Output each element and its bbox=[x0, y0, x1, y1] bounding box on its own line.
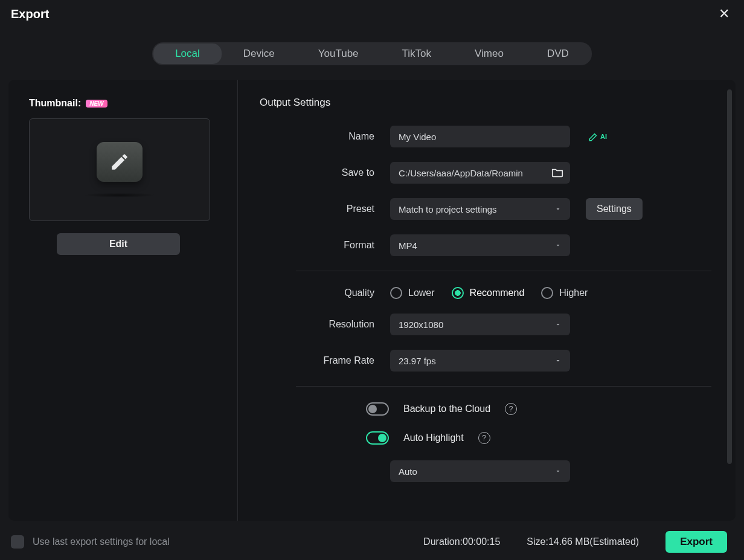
tab-vimeo[interactable]: Vimeo bbox=[453, 43, 525, 64]
resolution-value: 1920x1080 bbox=[399, 320, 443, 330]
use-last-settings-checkbox[interactable] bbox=[11, 535, 24, 549]
help-icon[interactable]: ? bbox=[478, 432, 490, 444]
backup-cloud-toggle[interactable] bbox=[366, 402, 389, 416]
resolution-label: Resolution bbox=[260, 319, 390, 330]
new-badge: NEW bbox=[86, 100, 107, 108]
saveto-field[interactable]: C:/Users/aaa/AppData/Roamin bbox=[390, 162, 570, 184]
auto-highlight-mode-select[interactable]: Auto bbox=[390, 460, 570, 482]
divider bbox=[296, 386, 711, 387]
tab-local[interactable]: Local bbox=[153, 43, 222, 64]
edit-thumbnail-button[interactable]: Edit bbox=[57, 233, 180, 255]
thumbnail-label: Thumbnail: bbox=[29, 98, 81, 109]
preset-label: Preset bbox=[260, 204, 390, 214]
duration-info: Duration:00:00:15 bbox=[423, 536, 500, 547]
use-last-settings-label: Use last export settings for local bbox=[33, 536, 170, 547]
quality-label: Quality bbox=[260, 288, 390, 298]
framerate-select[interactable]: 23.97 fps bbox=[390, 350, 570, 372]
chevron-down-icon bbox=[554, 205, 562, 213]
saveto-value: C:/Users/aaa/AppData/Roamin bbox=[399, 168, 551, 178]
divider bbox=[296, 271, 711, 271]
auto-highlight-toggle[interactable] bbox=[366, 431, 389, 445]
tab-youtube[interactable]: YouTube bbox=[297, 43, 380, 64]
export-tabs: Local Device YouTube TikTok Vimeo DVD bbox=[152, 42, 592, 65]
tab-device[interactable]: Device bbox=[222, 43, 297, 64]
auto-highlight-label: Auto Highlight bbox=[403, 433, 464, 443]
quality-recommend-radio[interactable]: Recommend bbox=[452, 287, 525, 299]
format-select[interactable]: MP4 bbox=[390, 234, 570, 256]
edit-thumbnail-icon bbox=[97, 142, 143, 182]
tab-dvd[interactable]: DVD bbox=[525, 43, 591, 64]
framerate-label: Frame Rate bbox=[260, 355, 390, 366]
output-settings-title: Output Settings bbox=[260, 97, 711, 109]
ai-name-button[interactable]: AI bbox=[588, 131, 607, 142]
scrollbar[interactable] bbox=[727, 89, 732, 464]
preset-select[interactable]: Match to project settings bbox=[390, 198, 570, 220]
tab-tiktok[interactable]: TikTok bbox=[380, 43, 454, 64]
format-label: Format bbox=[260, 240, 390, 251]
chevron-down-icon bbox=[554, 321, 562, 328]
framerate-value: 23.97 fps bbox=[399, 356, 436, 366]
saveto-label: Save to bbox=[260, 167, 390, 178]
size-info: Size:14.66 MB(Estimated) bbox=[527, 536, 639, 547]
preset-settings-button[interactable]: Settings bbox=[586, 198, 643, 220]
folder-icon[interactable] bbox=[551, 166, 564, 179]
name-input[interactable] bbox=[390, 126, 570, 147]
ai-label: AI bbox=[600, 133, 607, 140]
name-label: Name bbox=[260, 131, 390, 142]
preset-value: Match to project settings bbox=[399, 204, 497, 214]
quality-lower-radio[interactable]: Lower bbox=[390, 287, 435, 299]
window-title: Export bbox=[11, 7, 49, 21]
format-value: MP4 bbox=[399, 240, 417, 251]
export-button[interactable]: Export bbox=[665, 531, 727, 553]
chevron-down-icon bbox=[554, 242, 562, 249]
chevron-down-icon bbox=[554, 357, 562, 364]
backup-cloud-label: Backup to the Cloud bbox=[403, 404, 490, 414]
quality-higher-radio[interactable]: Higher bbox=[541, 287, 588, 299]
help-icon[interactable]: ? bbox=[505, 403, 517, 415]
auto-highlight-mode-value: Auto bbox=[399, 466, 417, 477]
close-icon[interactable]: ✕ bbox=[715, 6, 733, 22]
chevron-down-icon bbox=[554, 468, 562, 475]
thumbnail-preview[interactable] bbox=[29, 118, 210, 221]
resolution-select[interactable]: 1920x1080 bbox=[390, 314, 570, 335]
